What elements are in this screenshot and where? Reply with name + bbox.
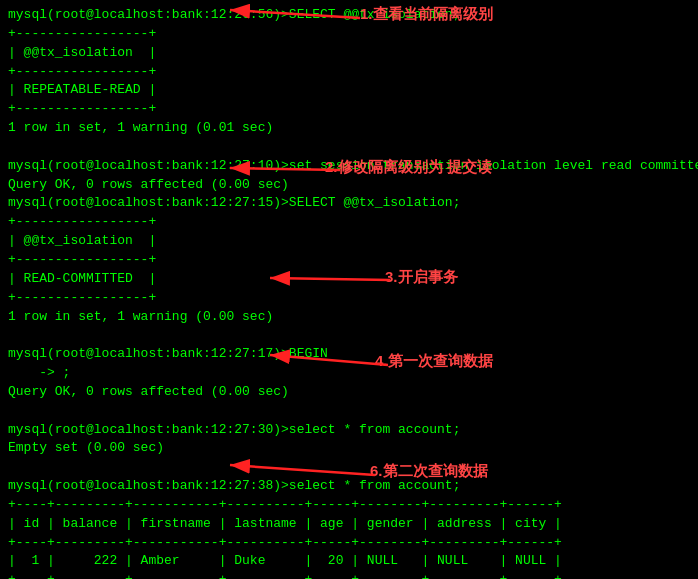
line-26: mysql(root@localhost:bank:12:27:38)>sele… — [8, 477, 690, 496]
line-22 — [8, 402, 690, 421]
line-14: +-----------------+ — [8, 251, 690, 270]
line-6: +-----------------+ — [8, 100, 690, 119]
annotation-3: 3.开启事务 — [385, 268, 458, 287]
line-8 — [8, 138, 690, 157]
terminal-content: mysql(root@localhost:bank:12:26:56)>SELE… — [8, 6, 690, 579]
line-29: +----+---------+-----------+----------+-… — [8, 534, 690, 553]
line-16: +-----------------+ — [8, 289, 690, 308]
line-17: 1 row in set, 1 warning (0.00 sec) — [8, 308, 690, 327]
line-31: +----+---------+-----------+----------+-… — [8, 571, 690, 579]
annotation-5: 6.第二次查询数据 — [370, 462, 488, 481]
line-19: mysql(root@localhost:bank:12:27:17)>BEGI… — [8, 345, 690, 364]
line-13: | @@tx_isolation | — [8, 232, 690, 251]
line-21: Query OK, 0 rows affected (0.00 sec) — [8, 383, 690, 402]
line-27: +----+---------+-----------+----------+-… — [8, 496, 690, 515]
line-5: | REPEATABLE-READ | — [8, 81, 690, 100]
line-30: | 1 | 222 | Amber | Duke | 20 | NULL | N… — [8, 552, 690, 571]
line-7: 1 row in set, 1 warning (0.01 sec) — [8, 119, 690, 138]
line-25 — [8, 458, 690, 477]
line-10: Query OK, 0 rows affected (0.00 sec) — [8, 176, 690, 195]
line-23: mysql(root@localhost:bank:12:27:30)>sele… — [8, 421, 690, 440]
line-20: -> ; — [8, 364, 690, 383]
terminal: mysql(root@localhost:bank:12:26:56)>SELE… — [0, 0, 698, 579]
line-2: +-----------------+ — [8, 25, 690, 44]
line-4: +-----------------+ — [8, 63, 690, 82]
annotation-4: 4.第一次查询数据 — [375, 352, 493, 371]
line-24: Empty set (0.00 sec) — [8, 439, 690, 458]
line-1: mysql(root@localhost:bank:12:26:56)>SELE… — [8, 6, 690, 25]
line-12: +-----------------+ — [8, 213, 690, 232]
line-18 — [8, 326, 690, 345]
line-15: | READ-COMMITTED | — [8, 270, 690, 289]
annotation-2: 2.修改隔离级别为 提交读 — [325, 158, 492, 177]
annotation-1: 1.查看当前隔离级别 — [360, 5, 493, 24]
line-11: mysql(root@localhost:bank:12:27:15)>SELE… — [8, 194, 690, 213]
line-28: | id | balance | firstname | lastname | … — [8, 515, 690, 534]
line-3: | @@tx_isolation | — [8, 44, 690, 63]
